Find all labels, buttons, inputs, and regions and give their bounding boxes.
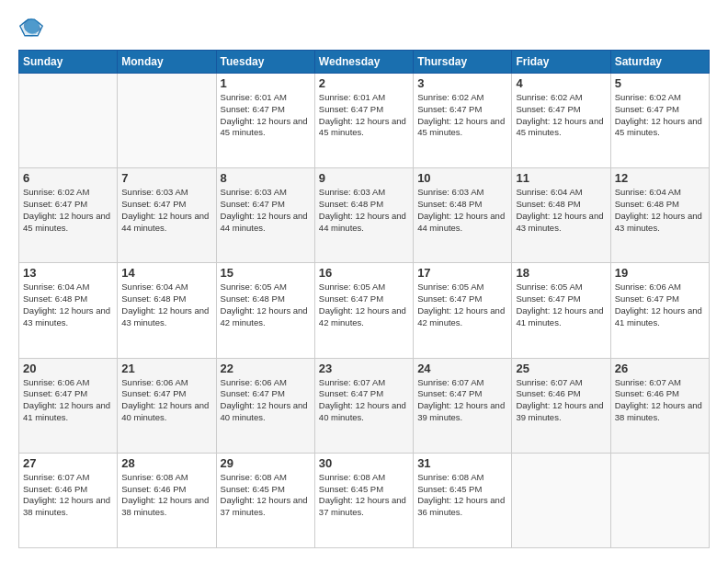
calendar-cell: 26Sunrise: 6:07 AM Sunset: 6:46 PM Dayli… [610,358,709,453]
day-info: Sunrise: 6:02 AM Sunset: 6:47 PM Dayligh… [615,92,705,139]
day-number: 10 [417,171,507,185]
weekday-header-saturday: Saturday [610,51,709,74]
calendar-cell [118,74,216,168]
calendar-cell: 1Sunrise: 6:01 AM Sunset: 6:47 PM Daylig… [216,74,314,168]
day-number: 24 [417,362,507,375]
calendar-cell: 17Sunrise: 6:05 AM Sunset: 6:47 PM Dayli… [414,263,512,358]
day-info: Sunrise: 6:06 AM Sunset: 6:47 PM Dayligh… [23,377,113,424]
day-number: 19 [615,266,705,280]
day-info: Sunrise: 6:03 AM Sunset: 6:48 PM Dayligh… [319,187,409,234]
calendar-cell: 12Sunrise: 6:04 AM Sunset: 6:48 PM Dayli… [610,168,709,263]
day-info: Sunrise: 6:05 AM Sunset: 6:47 PM Dayligh… [516,282,606,328]
calendar-cell: 28Sunrise: 6:08 AM Sunset: 6:46 PM Dayli… [118,453,216,547]
day-info: Sunrise: 6:08 AM Sunset: 6:45 PM Dayligh… [417,472,507,519]
day-info: Sunrise: 6:08 AM Sunset: 6:45 PM Dayligh… [221,472,311,519]
day-number: 29 [221,456,311,470]
calendar-week-row: 13Sunrise: 6:04 AM Sunset: 6:48 PM Dayli… [19,263,710,358]
day-info: Sunrise: 6:06 AM Sunset: 6:47 PM Dayligh… [121,377,211,424]
calendar-cell: 10Sunrise: 6:03 AM Sunset: 6:48 PM Dayli… [414,168,512,263]
calendar-cell [610,453,709,547]
day-number: 7 [121,171,211,185]
day-number: 17 [417,266,507,280]
calendar-cell: 25Sunrise: 6:07 AM Sunset: 6:46 PM Dayli… [512,358,610,453]
day-info: Sunrise: 6:03 AM Sunset: 6:47 PM Dayligh… [121,187,211,234]
calendar-cell: 22Sunrise: 6:06 AM Sunset: 6:47 PM Dayli… [216,358,314,453]
weekday-header-wednesday: Wednesday [314,51,413,74]
calendar-cell: 19Sunrise: 6:06 AM Sunset: 6:47 PM Dayli… [610,263,709,358]
calendar-cell: 21Sunrise: 6:06 AM Sunset: 6:47 PM Dayli… [118,358,216,453]
calendar-cell: 8Sunrise: 6:03 AM Sunset: 6:47 PM Daylig… [216,168,314,263]
day-number: 12 [615,171,705,185]
day-info: Sunrise: 6:05 AM Sunset: 6:47 PM Dayligh… [319,282,409,328]
calendar-cell [512,453,610,547]
calendar-cell: 11Sunrise: 6:04 AM Sunset: 6:48 PM Dayli… [512,168,610,263]
day-info: Sunrise: 6:04 AM Sunset: 6:48 PM Dayligh… [516,187,606,234]
calendar-week-row: 1Sunrise: 6:01 AM Sunset: 6:47 PM Daylig… [19,74,710,168]
calendar-week-row: 27Sunrise: 6:07 AM Sunset: 6:46 PM Dayli… [19,453,710,547]
calendar-cell: 24Sunrise: 6:07 AM Sunset: 6:47 PM Dayli… [414,358,512,453]
day-number: 21 [121,362,211,375]
day-info: Sunrise: 6:07 AM Sunset: 6:46 PM Dayligh… [516,377,606,424]
weekday-header-sunday: Sunday [19,51,118,74]
day-info: Sunrise: 6:08 AM Sunset: 6:46 PM Dayligh… [121,472,211,519]
day-info: Sunrise: 6:08 AM Sunset: 6:45 PM Dayligh… [319,472,409,519]
day-number: 16 [319,266,409,280]
day-number: 2 [319,76,409,90]
day-info: Sunrise: 6:06 AM Sunset: 6:47 PM Dayligh… [615,282,705,328]
day-info: Sunrise: 6:01 AM Sunset: 6:47 PM Dayligh… [319,92,409,139]
day-number: 13 [23,266,113,280]
weekday-header-friday: Friday [512,51,610,74]
page: SundayMondayTuesdayWednesdayThursdayFrid… [0,0,728,563]
day-number: 8 [221,171,311,185]
calendar-cell: 14Sunrise: 6:04 AM Sunset: 6:48 PM Dayli… [118,263,216,358]
calendar-header-row: SundayMondayTuesdayWednesdayThursdayFrid… [19,51,710,74]
calendar-cell: 6Sunrise: 6:02 AM Sunset: 6:47 PM Daylig… [19,168,118,263]
weekday-header-monday: Monday [118,51,216,74]
day-info: Sunrise: 6:05 AM Sunset: 6:48 PM Dayligh… [221,282,311,328]
calendar-cell: 3Sunrise: 6:02 AM Sunset: 6:47 PM Daylig… [414,74,512,168]
weekday-header-tuesday: Tuesday [216,51,314,74]
calendar-cell [19,74,118,168]
calendar-cell: 31Sunrise: 6:08 AM Sunset: 6:45 PM Dayli… [414,453,512,547]
calendar-cell: 2Sunrise: 6:01 AM Sunset: 6:47 PM Daylig… [314,74,413,168]
calendar-cell: 23Sunrise: 6:07 AM Sunset: 6:47 PM Dayli… [314,358,413,453]
day-info: Sunrise: 6:02 AM Sunset: 6:47 PM Dayligh… [516,92,606,139]
day-number: 22 [221,362,311,375]
day-number: 6 [23,171,113,185]
day-number: 30 [319,456,409,470]
day-info: Sunrise: 6:05 AM Sunset: 6:47 PM Dayligh… [417,282,507,328]
day-info: Sunrise: 6:06 AM Sunset: 6:47 PM Dayligh… [221,377,311,424]
day-number: 4 [516,76,606,90]
calendar-cell: 18Sunrise: 6:05 AM Sunset: 6:47 PM Dayli… [512,263,610,358]
logo [18,15,48,40]
day-info: Sunrise: 6:07 AM Sunset: 6:47 PM Dayligh… [319,377,409,424]
header [18,15,710,40]
calendar-cell: 30Sunrise: 6:08 AM Sunset: 6:45 PM Dayli… [314,453,413,547]
day-number: 9 [319,171,409,185]
calendar-cell: 7Sunrise: 6:03 AM Sunset: 6:47 PM Daylig… [118,168,216,263]
day-number: 23 [319,362,409,375]
weekday-header-thursday: Thursday [414,51,512,74]
day-number: 1 [221,76,311,90]
calendar-cell: 9Sunrise: 6:03 AM Sunset: 6:48 PM Daylig… [314,168,413,263]
day-info: Sunrise: 6:07 AM Sunset: 6:47 PM Dayligh… [417,377,507,424]
day-info: Sunrise: 6:02 AM Sunset: 6:47 PM Dayligh… [417,92,507,139]
day-number: 20 [23,362,113,375]
logo-icon [18,15,44,40]
day-info: Sunrise: 6:03 AM Sunset: 6:48 PM Dayligh… [417,187,507,234]
calendar-week-row: 20Sunrise: 6:06 AM Sunset: 6:47 PM Dayli… [19,358,710,453]
calendar-cell: 13Sunrise: 6:04 AM Sunset: 6:48 PM Dayli… [19,263,118,358]
calendar-week-row: 6Sunrise: 6:02 AM Sunset: 6:47 PM Daylig… [19,168,710,263]
day-number: 26 [615,362,705,375]
day-number: 25 [516,362,606,375]
calendar-cell: 20Sunrise: 6:06 AM Sunset: 6:47 PM Dayli… [19,358,118,453]
day-info: Sunrise: 6:07 AM Sunset: 6:46 PM Dayligh… [615,377,705,424]
calendar-table: SundayMondayTuesdayWednesdayThursdayFrid… [18,50,710,548]
day-number: 5 [615,76,705,90]
day-info: Sunrise: 6:04 AM Sunset: 6:48 PM Dayligh… [121,282,211,328]
calendar-cell: 5Sunrise: 6:02 AM Sunset: 6:47 PM Daylig… [610,74,709,168]
day-info: Sunrise: 6:01 AM Sunset: 6:47 PM Dayligh… [221,92,311,139]
day-number: 14 [121,266,211,280]
day-info: Sunrise: 6:04 AM Sunset: 6:48 PM Dayligh… [23,282,113,328]
day-number: 11 [516,171,606,185]
